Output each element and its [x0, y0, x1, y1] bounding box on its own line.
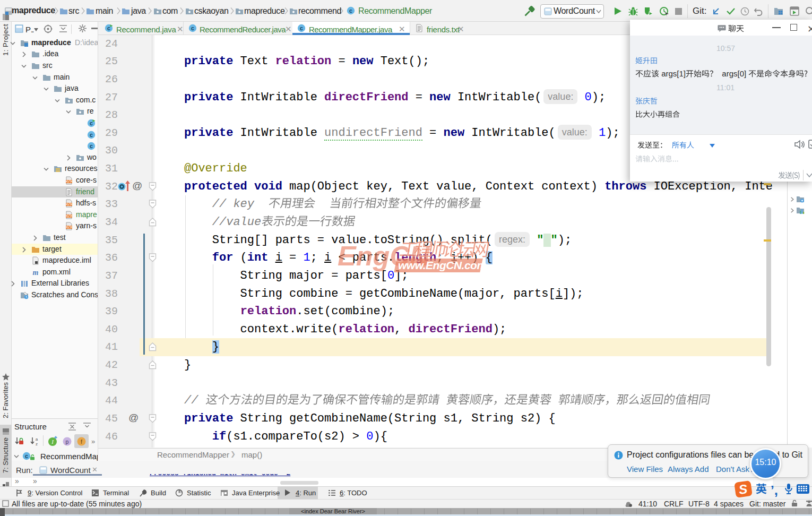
svg-text:c: c	[191, 25, 194, 31]
svg-text:f: f	[81, 438, 82, 445]
svg-text:c: c	[107, 25, 110, 31]
svg-text:p: p	[66, 438, 69, 445]
svg-text:</>: </>	[66, 226, 72, 229]
svg-text:z: z	[36, 442, 38, 446]
svg-text:</>: </>	[66, 180, 72, 184]
svg-text:c: c	[349, 7, 352, 14]
svg-text:c: c	[90, 143, 93, 149]
svg-text:c: c	[25, 453, 28, 459]
svg-text:</>: </>	[66, 203, 72, 207]
svg-text:m: m	[33, 269, 39, 277]
svg-text:</>: </>	[66, 214, 72, 218]
svg-text:c: c	[90, 131, 93, 137]
svg-text:a: a	[36, 437, 38, 442]
svg-text:c: c	[300, 25, 303, 31]
svg-text:c: c	[90, 120, 93, 126]
